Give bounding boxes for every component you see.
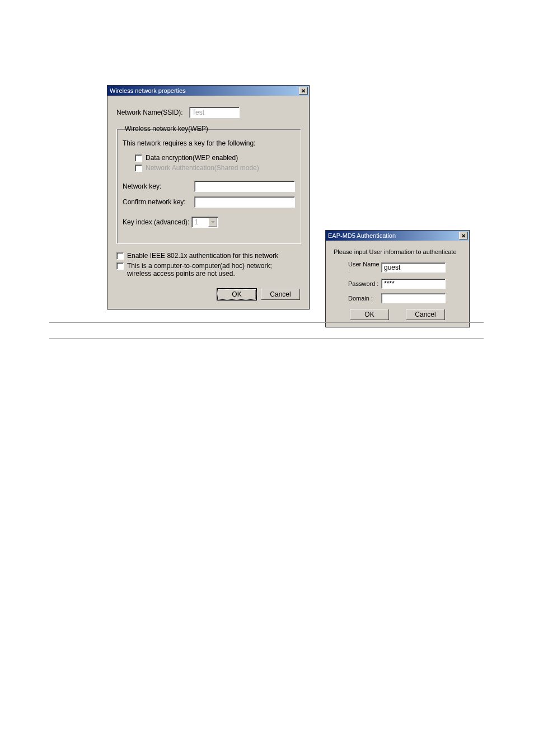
username-row: User Name : [334, 261, 461, 274]
ssid-input[interactable] [189, 107, 240, 118]
domain-row: Domain : [334, 293, 461, 303]
separator-line [49, 322, 484, 323]
key-index-select[interactable]: 1 [191, 217, 218, 228]
domain-label: Domain : [334, 295, 381, 302]
domain-input[interactable] [381, 293, 446, 303]
adhoc-label: This is a computer-to-computer(ad hoc) n… [127, 262, 295, 278]
ssid-row: Network Name(SSID): [116, 107, 300, 118]
separator-line [49, 338, 484, 339]
data-encryption-checkbox[interactable] [135, 154, 142, 162]
dialog-title: Wireless network properties [110, 87, 186, 94]
ok-button[interactable]: OK [217, 289, 256, 300]
dialog-title: EAP-MD5 Authentication [328, 232, 396, 239]
username-input[interactable] [381, 262, 446, 273]
ok-button[interactable]: OK [350, 309, 389, 320]
button-bar: OK Cancel [334, 309, 461, 320]
username-label: User Name : [334, 261, 381, 274]
network-auth-row: Network Authentication(Shared mode) [123, 164, 295, 172]
eap-md5-dialog: EAP-MD5 Authentication ✕ Please input Us… [325, 230, 470, 327]
wep-requires-text: This network requires a key for the foll… [123, 139, 295, 147]
network-auth-label: Network Authentication(Shared mode) [146, 164, 259, 172]
cancel-button[interactable]: Cancel [406, 309, 445, 320]
network-key-label: Network key: [123, 182, 194, 190]
titlebar: Wireless network properties ✕ [107, 86, 309, 96]
password-label: Password : [334, 280, 381, 287]
dialog-body: Please input User information to authent… [326, 241, 469, 327]
wep-legend: Wireless network key(WEP) [123, 125, 210, 133]
password-input[interactable] [381, 279, 446, 289]
data-encryption-label: Data encryption(WEP enabled) [146, 154, 238, 162]
adhoc-checkbox[interactable] [116, 262, 124, 270]
password-row: Password : [334, 279, 461, 289]
ssid-label: Network Name(SSID): [116, 109, 189, 116]
titlebar: EAP-MD5 Authentication ✕ [326, 231, 469, 241]
network-key-input[interactable] [194, 181, 295, 192]
wireless-properties-dialog: Wireless network properties ✕ Network Na… [107, 85, 310, 309]
data-encryption-row: Data encryption(WEP enabled) [123, 154, 295, 162]
close-icon[interactable]: ✕ [299, 87, 308, 95]
enable-8021x-row: Enable IEEE 802.1x authentication for th… [116, 252, 300, 260]
key-index-value: 1 [192, 218, 208, 226]
confirm-key-row: Confirm network key: [123, 196, 295, 208]
close-glyph: ✕ [301, 88, 306, 94]
key-index-row: Key index (advanced): 1 [123, 217, 295, 228]
confirm-key-input[interactable] [194, 196, 295, 208]
enable-8021x-checkbox[interactable] [116, 252, 124, 260]
close-icon[interactable]: ✕ [459, 232, 468, 240]
cancel-button[interactable]: Cancel [261, 289, 300, 300]
adhoc-row: This is a computer-to-computer(ad hoc) n… [116, 262, 300, 278]
close-glyph: ✕ [461, 233, 466, 239]
dialog-body: Network Name(SSID): Wireless network key… [107, 96, 309, 309]
wep-group: Wireless network key(WEP) This network r… [116, 125, 301, 244]
network-auth-checkbox[interactable] [135, 165, 142, 172]
instruction-text: Please input User information to authent… [334, 248, 461, 255]
key-index-label: Key index (advanced): [123, 218, 189, 226]
network-key-row: Network key: [123, 181, 295, 192]
button-bar: OK Cancel [116, 289, 300, 300]
confirm-key-label: Confirm network key: [123, 198, 194, 206]
enable-8021x-label: Enable IEEE 802.1x authentication for th… [127, 252, 278, 260]
chevron-down-icon [208, 218, 217, 227]
